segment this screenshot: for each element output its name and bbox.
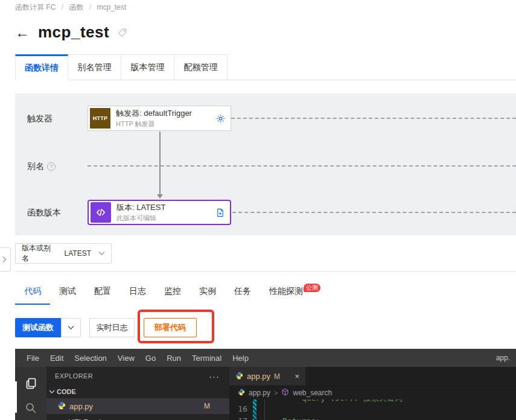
partial-code-line: Returns: — [282, 416, 320, 420]
version-card-subtitle: 此版本可编辑 — [116, 214, 165, 223]
section-divider — [15, 271, 516, 272]
tab-version-management[interactable]: 版本管理 — [121, 54, 174, 80]
page-title: mcp_test — [38, 23, 109, 42]
breadcrumb-file[interactable]: app.py — [249, 389, 270, 397]
alias-dashed-line — [88, 165, 516, 167]
tab-function-detail[interactable]: 函数详情 — [15, 54, 68, 80]
editor-body: EXPLORER ··· CODE app — [15, 367, 516, 420]
tab-config[interactable]: 配置 — [85, 280, 120, 305]
breadcrumb-separator: > — [274, 389, 278, 396]
line-number-16: 16 — [234, 404, 247, 413]
deploy-code-button[interactable]: 部署代码 — [144, 318, 197, 337]
menu-file[interactable]: File — [21, 354, 45, 363]
clipped-docstring-line: query (str): 搜索关键词 — [302, 399, 403, 404]
version-select-label: 版本或别名 — [22, 243, 57, 264]
editor-menubar: File Edit Selection View Go Run Terminal… — [15, 349, 516, 367]
explorer-section-code[interactable]: CODE — [46, 385, 229, 398]
tab-instances[interactable]: 实例 — [190, 280, 225, 305]
file-name: HELP.md — [68, 418, 101, 420]
chevron-down-icon — [49, 390, 55, 394]
menu-edit[interactable]: Edit — [45, 354, 69, 363]
trigger-row-label: 触发器 — [27, 113, 53, 124]
back-arrow-icon[interactable]: ← — [15, 25, 30, 40]
close-icon[interactable]: × — [295, 372, 299, 381]
menu-view[interactable]: View — [112, 354, 140, 363]
file-row-help-md[interactable]: M↓ HELP.md — [46, 414, 229, 420]
active-view-indicator — [15, 381, 17, 413]
symbol-cube-icon — [281, 388, 289, 398]
arrow-head — [157, 194, 163, 199]
tag-icon[interactable] — [118, 28, 127, 37]
file-row-app-py[interactable]: app.py M — [46, 398, 229, 414]
modified-badge: M — [204, 402, 210, 410]
explorer-header: EXPLORER ··· — [46, 367, 229, 385]
trigger-card-title: 触发器: defaultTrigger — [116, 108, 192, 119]
menu-terminal[interactable]: Terminal — [186, 354, 227, 363]
page: 函数计算 FC / 函数 / mcp_test ← mcp_test 函数详情 … — [0, 0, 516, 420]
tab-monitor[interactable]: 监控 — [155, 280, 190, 305]
alias-row-label: 别名 ? — [27, 161, 56, 172]
menu-run[interactable]: Run — [161, 354, 186, 363]
primary-tabs: 函数详情 别名管理 版本管理 配额管理 — [15, 54, 228, 80]
explorer-sidebar: EXPLORER ··· CODE app — [46, 367, 229, 420]
code-editor: File Edit Selection View Go Run Terminal… — [15, 349, 516, 420]
breadcrumb: 函数计算 FC / 函数 / mcp_test — [15, 2, 126, 13]
python-file-icon — [57, 401, 66, 412]
editor-breadcrumbs: app.py > web_search — [229, 386, 516, 399]
explorer-more-actions[interactable]: ··· — [209, 371, 221, 381]
line-number-17: 17 — [234, 416, 247, 420]
explorer-icon[interactable] — [15, 372, 46, 396]
activity-bar — [15, 367, 46, 420]
http-trigger-icon: HTTP — [90, 108, 110, 129]
secondary-tabs: 代码 测试 配置 日志 监控 实例 任务 性能探测公测 — [15, 280, 330, 305]
trigger-dashed-line — [231, 118, 516, 119]
python-file-icon — [235, 372, 243, 381]
breadcrumb-separator: / — [89, 3, 91, 11]
tab-tasks[interactable]: 任务 — [225, 280, 260, 305]
help-icon[interactable]: ? — [47, 162, 56, 171]
trigger-card-subtitle: HTTP 触发器 — [116, 119, 192, 129]
tab-code[interactable]: 代码 — [15, 280, 50, 305]
page-header: ← mcp_test — [15, 23, 127, 42]
search-icon[interactable] — [15, 396, 46, 420]
version-dashed-line — [232, 212, 516, 213]
breadcrumb-symbol[interactable]: web_search — [293, 389, 332, 397]
version-card-title: 版本: LATEST — [116, 202, 165, 213]
version-or-alias-select[interactable]: 版本或别名 LATEST — [15, 243, 112, 264]
version-select-value: LATEST — [65, 249, 91, 258]
editor-tabstrip: app.py M × — [229, 367, 516, 386]
tab-alias-management[interactable]: 别名管理 — [68, 54, 121, 80]
file-name: app.py — [69, 402, 93, 411]
menu-selection[interactable]: Selection — [69, 354, 112, 363]
code-area[interactable]: query (str): 搜索关键词 16 17 Returns: — [229, 399, 516, 420]
trigger-card[interactable]: HTTP 触发器: defaultTrigger HTTP 触发器 — [88, 106, 231, 131]
gear-icon[interactable] — [216, 114, 225, 123]
tab-quota-management[interactable]: 配额管理 — [174, 54, 228, 80]
breadcrumb-item-functions[interactable]: 函数 — [69, 3, 83, 11]
chevron-down-icon — [98, 251, 105, 256]
breadcrumb-item-current: mcp_test — [97, 3, 126, 11]
document-icon[interactable] — [216, 208, 225, 217]
breadcrumb-item-service[interactable]: 函数计算 FC — [15, 3, 56, 11]
version-row-label: 函数版本 — [27, 208, 61, 218]
version-card[interactable]: 版本: LATEST 此版本可编辑 — [88, 200, 231, 225]
side-drawer-expander[interactable] — [0, 247, 11, 272]
tab-performance-probe[interactable]: 性能探测公测 — [260, 280, 330, 305]
test-function-button[interactable]: 测试函数 — [15, 318, 61, 337]
editor-main: app.py M × app.py > — [229, 367, 516, 420]
tab-file-name: app.py — [247, 372, 270, 381]
tab-modified-badge: M — [274, 372, 280, 381]
python-file-icon — [238, 389, 245, 398]
beta-badge: 公测 — [304, 284, 320, 292]
test-function-dropdown[interactable] — [61, 318, 81, 337]
editor-tab-app-py[interactable]: app.py M × — [229, 367, 305, 386]
tab-test[interactable]: 测试 — [50, 280, 85, 305]
window-title: app. — [496, 354, 510, 362]
menu-help[interactable]: Help — [227, 354, 254, 363]
menu-go[interactable]: Go — [140, 354, 161, 363]
breadcrumb-separator: / — [62, 3, 63, 11]
trigger-to-version-arrow — [159, 132, 161, 194]
tab-logs[interactable]: 日志 — [120, 280, 155, 305]
modified-lines-gutter — [253, 399, 256, 420]
live-log-button[interactable]: 实时日志 — [89, 318, 135, 337]
